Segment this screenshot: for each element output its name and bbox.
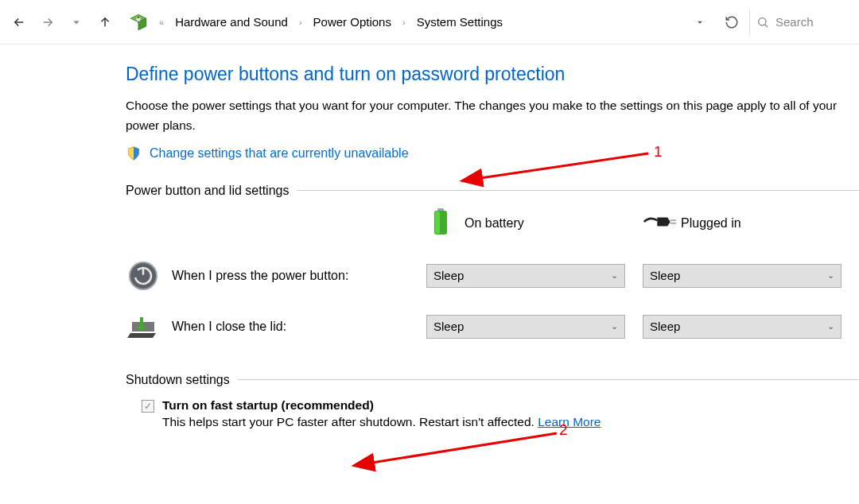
fast-startup-label: Turn on fast startup (recommended) (162, 398, 601, 413)
svg-rect-11 (142, 267, 145, 275)
annotation-label-2: 2 (559, 421, 568, 439)
close-lid-battery-dropdown[interactable]: Sleep⌄ (426, 315, 625, 339)
chevron-right-icon[interactable]: › (399, 17, 409, 27)
learn-more-link[interactable]: Learn More (538, 415, 601, 428)
control-panel-icon (127, 11, 150, 33)
toolbar: « Hardware and Sound › Power Options › S… (0, 0, 859, 45)
breadcrumb[interactable]: « Hardware and Sound › Power Options › S… (156, 12, 682, 32)
chevron-icon[interactable]: « (156, 17, 167, 27)
svg-line-14 (372, 433, 557, 463)
content-area: Define power buttons and turn on passwor… (0, 45, 859, 429)
back-button[interactable] (6, 10, 32, 35)
breadcrumb-item[interactable]: System Settings (412, 12, 507, 32)
row-label-text: When I press the power button: (172, 269, 348, 283)
search-icon (756, 16, 769, 29)
search-input[interactable] (775, 15, 839, 29)
breadcrumb-item[interactable]: Power Options (309, 12, 396, 32)
svg-rect-3 (437, 208, 444, 211)
forward-button[interactable] (35, 10, 60, 35)
breadcrumb-item[interactable]: Hardware and Sound (170, 12, 293, 32)
page-title: Define power buttons and turn on passwor… (126, 64, 859, 85)
uac-shield-icon (126, 145, 142, 161)
section-header-shutdown: Shutdown settings (126, 373, 859, 387)
chevron-down-icon: ⌄ (827, 270, 834, 281)
chevron-right-icon[interactable]: › (296, 17, 305, 27)
svg-rect-7 (670, 223, 676, 224)
power-button-battery-dropdown[interactable]: Sleep⌄ (426, 264, 625, 288)
svg-point-2 (759, 17, 766, 25)
battery-icon (426, 207, 455, 239)
plug-icon (643, 213, 671, 234)
close-lid-icon (126, 312, 161, 341)
change-unavailable-settings-link[interactable]: Change settings that are currently unava… (150, 146, 409, 161)
close-lid-plugged-dropdown[interactable]: Sleep⌄ (643, 315, 842, 339)
power-button-plugged-dropdown[interactable]: Sleep⌄ (643, 264, 842, 288)
chevron-down-icon: ⌄ (827, 321, 834, 331)
annotation-label-1: 1 (654, 143, 663, 161)
search-box[interactable] (749, 10, 853, 35)
refresh-button[interactable] (717, 8, 746, 37)
close-lid-row: When I close the lid: Sleep⌄ Sleep⌄ (126, 312, 859, 341)
power-button-row: When I press the power button: Sleep⌄ Sl… (126, 260, 859, 292)
svg-rect-5 (435, 211, 440, 234)
column-header-plugged: Plugged in (643, 207, 859, 239)
svg-rect-6 (670, 219, 676, 221)
svg-rect-1 (138, 16, 139, 17)
up-button[interactable] (92, 10, 118, 35)
column-header-battery: On battery (426, 207, 643, 239)
row-label-text: When I close the lid: (172, 320, 286, 334)
fast-startup-description: This helps start your PC faster after sh… (162, 415, 601, 429)
power-button-icon (126, 260, 161, 292)
chevron-down-icon: ⌄ (611, 270, 618, 281)
address-dropdown-button[interactable] (686, 8, 714, 37)
fast-startup-row: ✓ Turn on fast startup (recommended) Thi… (142, 398, 859, 429)
fast-startup-checkbox[interactable]: ✓ (142, 400, 154, 413)
chevron-down-icon: ⌄ (611, 321, 618, 331)
section-header-power-button: Power button and lid settings (126, 184, 859, 198)
page-intro: Choose the power settings that you want … (126, 96, 857, 136)
recent-locations-button[interactable] (64, 10, 89, 35)
